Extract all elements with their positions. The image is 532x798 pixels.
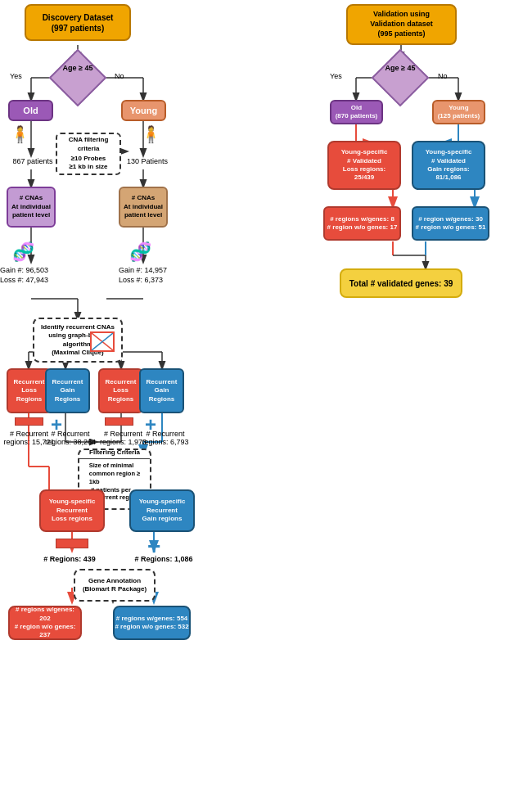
rec-gain-old-label: Recurrent Gain Regions <box>52 378 83 404</box>
graph-icon <box>90 331 115 352</box>
left-age-label: Age ≥ 45 <box>51 64 105 72</box>
region-wo-genes-loss: # region w/o genes: 237 <box>10 623 80 640</box>
filter-title: Filtering Criteria <box>79 449 150 459</box>
cna-young-label: # CNAs At individual patient level <box>124 194 163 219</box>
young-gain-box: Young-specific Recurrent Gain regions <box>129 489 195 532</box>
total-validated-box: Total # validated genes: 39 <box>340 268 462 298</box>
region-wo-genes-gain: # region w/o genes: 532 <box>115 623 188 631</box>
cna-filter-item2: ≥1 kb in size <box>69 163 107 171</box>
dna-icon-old: 🧬 <box>12 241 34 263</box>
right-age-label: Age ≥ 45 <box>373 64 427 72</box>
cna-filter-box: CNA filtering criteria ≥10 Probes ≥1 kb … <box>56 133 121 175</box>
rec-loss-young-box: Recurrent Loss Regions <box>98 368 143 413</box>
young-loss-label: Young-specific Recurrent Loss regions <box>49 498 96 523</box>
cna-old-label: # CNAs At individual patient level <box>11 194 51 219</box>
regions-w-genes-loss: # regions w/genes: 202 <box>10 606 80 623</box>
red-bar-icon-3 <box>56 539 88 548</box>
cna-filter-title: CNA filtering criteria <box>57 136 119 153</box>
gene-annotation-box: Gene Annotation (Biomart R Package) <box>74 569 156 602</box>
rec-gain-young-box: Recurrent Gain Regions <box>139 368 184 413</box>
rec-loss-old-label: Recurrent Loss Regions <box>14 378 45 404</box>
right-old-box: Old (870 patients) <box>330 100 383 124</box>
discovery-dataset-box: Discovery Dataset (997 patients) <box>25 4 131 41</box>
discovery-dataset-label: Discovery Dataset (997 patients) <box>43 12 114 34</box>
total-validated-label: Total # validated genes: 39 <box>349 278 453 289</box>
loss-w-genes: # regions w/genes: 8 <box>327 215 398 223</box>
red-bar-icon-2 <box>105 417 133 426</box>
gene-annotation-label: Gene Annotation (Biomart R Package) <box>83 577 147 594</box>
young-gain-label: Young-specific Recurrent Gain regions <box>139 498 186 523</box>
loss-wo-genes: # region w/o genes: 17 <box>327 223 398 232</box>
left-old-label: Old <box>23 105 38 116</box>
rec-regions-old-gain: # Recurrent regions: 38,264 <box>43 430 98 446</box>
right-yes-label: Yes <box>330 72 342 80</box>
red-bar-icon-1 <box>15 417 43 426</box>
loss-old-label: Loss #: 47,943 <box>0 276 74 284</box>
loss-young-label: Loss #: 6,373 <box>119 276 192 284</box>
left-age-diamond: Age ≥ 45 <box>51 56 105 100</box>
gain-validated-label: Young-specific # Validated Gain regions:… <box>426 148 472 183</box>
cna-filter-item1: ≥10 Probes <box>71 155 106 163</box>
rec-gain-young-label: Recurrent Gain Regions <box>147 378 178 404</box>
gain-genes-box: # region w/genes: 30 # region w/o genes:… <box>412 206 489 241</box>
left-young-label: Young <box>130 105 157 116</box>
regions-gain-label: # Regions: 1,086 <box>127 555 201 563</box>
young-loss-box: Young-specific Recurrent Loss regions <box>39 489 105 532</box>
right-young-label: Young (125 patients) <box>438 104 480 121</box>
final-gain-box: # regions w/genes: 554 # region w/o gene… <box>113 606 191 640</box>
person-icon-young: 🧍 <box>141 124 161 144</box>
loss-genes-box: # regions w/genes: 8 # region w/o genes:… <box>323 206 401 241</box>
filter-item1: Size of minimalcommon region ≥1kb <box>86 462 143 485</box>
young-patients-label: 130 Patients <box>123 157 172 165</box>
gain-validated-box: Young-specific # Validated Gain regions:… <box>412 141 485 190</box>
validation-dataset-label: Validation using Validation dataset (995… <box>370 10 433 38</box>
gain-old-label: Gain #: 96,503 <box>0 266 74 274</box>
right-young-box: Young (125 patients) <box>432 100 485 124</box>
right-no-label: No <box>438 72 448 80</box>
cna-young-box: # CNAs At individual patient level <box>119 187 168 228</box>
right-old-label: Old (870 patients) <box>336 104 378 121</box>
left-old-box: Old <box>8 100 53 121</box>
loss-validated-box: Young-specific # Validated Loss regions:… <box>327 141 401 190</box>
dna-icon-young: 🧬 <box>129 241 151 263</box>
left-no-label: No <box>115 72 124 80</box>
final-loss-box: # regions w/genes: 202 # region w/o gene… <box>8 606 82 640</box>
rec-regions-young-gain: # Recurrent regions: 6,793 <box>138 430 193 446</box>
left-young-box: Young <box>121 100 166 121</box>
rec-loss-young-label: Recurrent Loss Regions <box>106 378 137 404</box>
regions-loss-label: # Regions: 439 <box>33 555 106 563</box>
gain-w-genes: # region w/genes: 30 <box>416 215 486 223</box>
gain-wo-genes: # region w/o genes: 51 <box>416 223 486 232</box>
old-patients-label: 867 patients <box>8 157 57 165</box>
left-yes-label: Yes <box>10 72 22 80</box>
cna-old-box: # CNAs At individual patient level <box>7 187 56 228</box>
gain-young-label: Gain #: 14,957 <box>119 266 192 274</box>
loss-validated-label: Young-specific # Validated Loss regions:… <box>341 148 388 183</box>
person-icon-old: 🧍 <box>10 124 30 144</box>
regions-w-genes-gain: # regions w/genes: 554 <box>115 615 188 623</box>
right-age-diamond: Age ≥ 45 <box>373 56 427 100</box>
validation-dataset-box: Validation using Validation dataset (995… <box>346 4 457 45</box>
rec-gain-old-box: Recurrent Gain Regions <box>45 368 90 413</box>
main-diagram: Discovery Dataset (997 patients) Age ≥ 4… <box>0 0 532 798</box>
